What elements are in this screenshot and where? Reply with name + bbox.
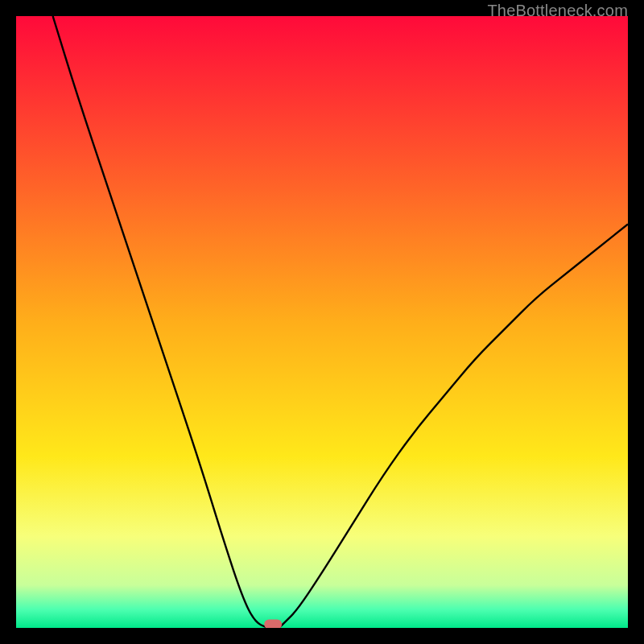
credit-watermark: TheBottleneck.com xyxy=(487,2,628,20)
gradient-background xyxy=(16,16,628,628)
optimal-point-marker xyxy=(264,619,282,628)
bottleneck-chart xyxy=(16,16,628,628)
